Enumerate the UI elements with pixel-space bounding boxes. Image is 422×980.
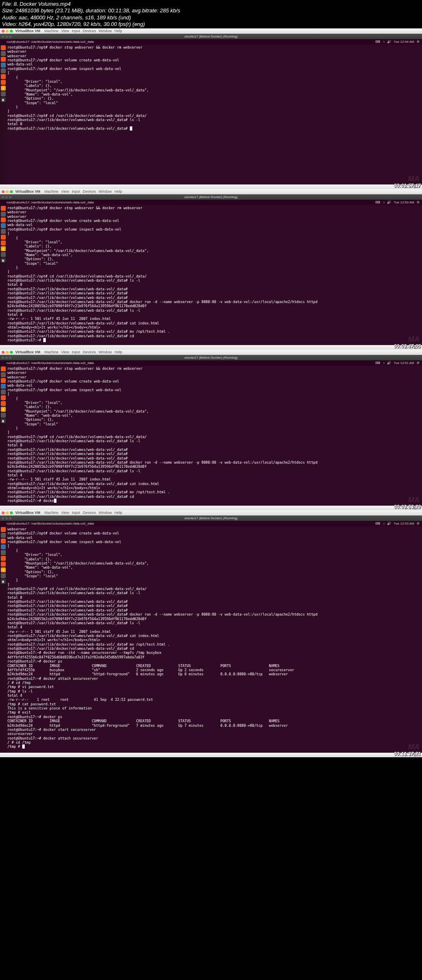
files-icon[interactable] [1,212,6,217]
network-icon[interactable]: ↕ [383,201,384,204]
close-icon[interactable] [2,190,5,193]
amazon-icon[interactable]: a [1,86,6,91]
keyboard-icon[interactable]: ⌨ [375,40,380,44]
amazon-icon[interactable]: a [1,407,6,412]
software-icon[interactable] [1,401,6,406]
gear-icon[interactable]: ⚙ [417,40,420,44]
vm-min-icon[interactable] [5,35,8,38]
maximize-icon[interactable] [10,511,13,514]
sound-icon[interactable]: 🔊 [387,40,391,44]
vm-max-icon[interactable] [9,35,12,38]
terminal-output[interactable]: root@Ubuntu17:/opt# docker stop webserve… [6,44,422,184]
vm-close-icon[interactable] [2,35,4,38]
close-icon[interactable] [2,351,5,354]
software-icon[interactable] [1,240,6,245]
ubuntu-logo-icon[interactable] [1,527,6,532]
ubuntu-topbar[interactable]: root@ubuntu17: /var/lib/docker/volumes/w… [0,360,422,366]
amazon-icon[interactable]: a [1,246,6,251]
software-icon[interactable] [1,562,6,567]
minimize-icon[interactable] [6,351,9,354]
minimize-icon[interactable] [6,511,9,514]
settings-icon[interactable] [1,252,6,257]
file-video: Video: h264, yuv420p, 1280x720, 92 kb/s,… [2,21,420,28]
clock[interactable]: Tue 12:44 AM [394,40,414,44]
keyboard-icon[interactable]: ⌨ [375,522,380,525]
sound-icon[interactable]: 🔊 [387,522,391,525]
maximize-icon[interactable] [10,351,13,354]
watermark: MA [408,743,420,751]
terminal-output[interactable]: root@Ubuntu17:/opt# docker stop webserve… [6,205,422,345]
files-icon[interactable] [1,533,6,538]
mac-titlebar[interactable]: VirtualBox VM Machine View Input Devices… [0,189,422,194]
ubuntu-logo-icon[interactable] [1,366,6,371]
ubuntu-topbar[interactable]: root@ubuntu17: /var/lib/docker/volumes/w… [0,200,422,205]
writer-icon[interactable] [1,544,6,549]
unity-launcher[interactable]: a▣ [0,366,6,506]
ubuntu-topbar[interactable]: root@ubuntu17: /var/lib/docker/volumes/w… [0,521,422,526]
calc-icon[interactable] [1,550,6,555]
close-icon[interactable] [2,30,5,33]
terminal-icon[interactable]: ▣ [1,258,6,263]
clock[interactable]: Tue 12:51 AM [394,361,414,365]
firefox-icon[interactable] [1,539,6,544]
terminal-output[interactable]: root@Ubuntu17:/opt# docker stop webserve… [6,366,422,506]
writer-icon[interactable] [1,63,6,68]
traffic-lights[interactable] [2,30,13,33]
mac-titlebar[interactable]: VirtualBox VM Machine View Input Devices… [0,28,422,34]
menubar[interactable]: Machine View Input Devices Window Help [45,29,122,33]
terminal-icon[interactable]: ▣ [1,97,6,102]
network-icon[interactable]: ↕ [383,361,384,365]
mac-titlebar[interactable]: VirtualBox VMMachine View Input Devices … [0,510,422,516]
minimize-icon[interactable] [6,190,9,193]
software-icon[interactable] [1,80,6,85]
firefox-icon[interactable] [1,57,6,62]
writer-icon[interactable] [1,223,6,228]
keyboard-icon[interactable]: ⌨ [375,361,380,365]
menubar[interactable]: Machine View Input Devices Window Help [45,350,122,354]
calc-icon[interactable] [1,390,6,394]
gear-icon[interactable]: ⚙ [417,522,420,525]
ubuntu-logo-icon[interactable] [1,206,6,211]
close-icon[interactable] [2,511,5,514]
file-audio: Audio: aac, 48000 Hz, 2 channels, s16, 1… [2,14,420,21]
writer-icon[interactable] [1,384,6,389]
impress-icon[interactable] [1,395,6,400]
menubar[interactable]: Machine View Input Devices Window Help [45,511,122,515]
settings-icon[interactable] [1,91,6,96]
firefox-icon[interactable] [1,378,6,383]
settings-icon[interactable] [1,573,6,578]
unity-launcher[interactable]: a ▣ [0,44,6,184]
files-icon[interactable] [1,372,6,377]
unity-launcher[interactable]: a▣ [0,526,6,753]
gear-icon[interactable]: ⚙ [417,201,420,204]
impress-icon[interactable] [1,556,6,561]
maximize-icon[interactable] [10,30,13,33]
ubuntu-topbar[interactable]: root@ubuntu17: /var/lib/docker/volumes/w… [0,39,422,44]
network-icon[interactable]: ↕ [383,522,384,525]
sound-icon[interactable]: 🔊 [387,361,391,365]
amazon-icon[interactable]: a [1,567,6,572]
terminal-output[interactable]: webserverroot@Ubuntu17:/opt# docker volu… [6,526,422,753]
clock[interactable]: Tue 12:53 AM [394,522,414,525]
unity-launcher[interactable]: a▣ [0,205,6,345]
terminal-icon[interactable]: ▣ [1,579,6,584]
settings-icon[interactable] [1,413,6,418]
ubuntu-logo-icon[interactable] [1,45,6,50]
sound-icon[interactable]: 🔊 [387,201,391,204]
impress-icon[interactable] [1,235,6,240]
gear-icon[interactable]: ⚙ [417,361,420,365]
menubar[interactable]: Machine View Input Devices Window Help [45,189,122,194]
impress-icon[interactable] [1,74,6,79]
firefox-icon[interactable] [1,217,6,222]
calc-icon[interactable] [1,68,6,73]
terminal-icon[interactable]: ▣ [1,418,6,423]
clock[interactable]: Tue 12:50 AM [394,201,414,204]
files-icon[interactable] [1,51,6,56]
window-title: VirtualBox VM [15,350,40,354]
network-icon[interactable]: ↕ [383,40,384,44]
keyboard-icon[interactable]: ⌨ [375,201,380,204]
calc-icon[interactable] [1,229,6,234]
maximize-icon[interactable] [10,190,13,193]
mac-titlebar[interactable]: VirtualBox VMMachine View Input Devices … [0,350,422,355]
minimize-icon[interactable] [6,30,9,33]
